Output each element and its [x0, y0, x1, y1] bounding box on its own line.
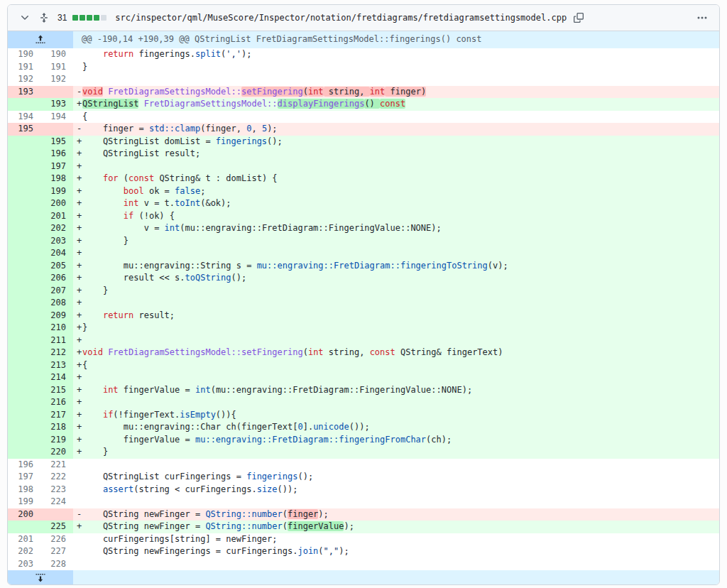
new-line-number[interactable]: 224	[40, 496, 73, 508]
old-line-number[interactable]: 203	[8, 558, 40, 571]
new-line-number[interactable]: 221	[40, 459, 73, 472]
new-line-number[interactable]: 223	[40, 484, 73, 496]
old-line-number[interactable]	[8, 359, 40, 372]
chevron-down-icon[interactable]	[18, 11, 32, 25]
diff-context-row: 194194 {	[8, 111, 719, 124]
new-line-number[interactable]: 192	[40, 73, 73, 86]
new-line-number[interactable]: 209	[40, 310, 73, 322]
old-line-number[interactable]: 202	[8, 545, 40, 558]
new-line-number[interactable]: 205	[40, 260, 73, 273]
code-line: {	[73, 111, 719, 124]
new-line-number[interactable]: 220	[40, 446, 73, 459]
new-line-number[interactable]: 196	[40, 148, 73, 160]
old-line-number[interactable]: 196	[8, 459, 40, 472]
new-line-number[interactable]: 212	[40, 347, 73, 359]
new-line-number[interactable]: 202	[40, 222, 73, 235]
old-line-number[interactable]	[8, 521, 40, 533]
new-line-number[interactable]: 194	[40, 111, 73, 124]
code-line: + }	[73, 446, 719, 459]
kebab-horizontal-icon[interactable]	[695, 11, 709, 25]
old-line-number[interactable]	[8, 160, 40, 173]
new-line-number[interactable]: 206	[40, 272, 73, 285]
new-line-number[interactable]: 199	[40, 185, 73, 198]
new-line-number[interactable]: 190	[40, 48, 73, 61]
new-line-number[interactable]	[40, 86, 73, 99]
new-line-number[interactable]: 210	[40, 322, 73, 334]
new-line-number[interactable]: 222	[40, 471, 73, 484]
expand-down-button[interactable]	[8, 570, 73, 584]
old-line-number[interactable]: 192	[8, 73, 40, 86]
old-line-number[interactable]	[8, 371, 40, 384]
old-line-number[interactable]	[8, 396, 40, 409]
new-line-number[interactable]: 207	[40, 285, 73, 298]
old-line-number[interactable]	[8, 185, 40, 198]
new-line-number[interactable]: 204	[40, 247, 73, 260]
old-line-number[interactable]: 190	[8, 48, 40, 61]
new-line-number[interactable]: 201	[40, 210, 73, 223]
old-line-number[interactable]: 197	[8, 471, 40, 484]
new-line-number[interactable]: 226	[40, 533, 73, 546]
old-line-number[interactable]: 200	[8, 508, 40, 521]
code-line: +	[73, 371, 719, 384]
old-line-number[interactable]	[8, 322, 40, 334]
new-line-number[interactable]: 227	[40, 545, 73, 558]
old-line-number[interactable]	[8, 285, 40, 298]
old-line-number[interactable]	[8, 384, 40, 397]
new-line-number[interactable]: 225	[40, 521, 73, 533]
new-line-number[interactable]	[40, 508, 73, 521]
old-line-number[interactable]	[8, 421, 40, 434]
diff-added-row: 199+ bool ok = false;	[8, 185, 719, 198]
old-line-number[interactable]	[8, 222, 40, 235]
old-line-number[interactable]	[8, 173, 40, 185]
code-line	[73, 459, 719, 472]
new-line-number[interactable]: 208	[40, 297, 73, 310]
copy-icon[interactable]	[572, 11, 585, 24]
new-line-number[interactable]: 191	[40, 61, 73, 74]
new-line-number[interactable]: 193	[40, 98, 73, 111]
old-line-number[interactable]	[8, 247, 40, 260]
new-line-number[interactable]	[40, 123, 73, 136]
expand-up-button[interactable]	[8, 31, 73, 48]
old-line-number[interactable]	[8, 272, 40, 285]
old-line-number[interactable]	[8, 210, 40, 223]
code-line: QString newFingerings = curFingerings.jo…	[73, 545, 719, 558]
diffstat-added-block	[87, 15, 92, 21]
drag-handle-icon[interactable]	[38, 11, 50, 25]
old-line-number[interactable]	[8, 310, 40, 322]
old-line-number[interactable]	[8, 136, 40, 148]
old-line-number[interactable]: 194	[8, 111, 40, 124]
old-line-number[interactable]	[8, 347, 40, 359]
new-line-number[interactable]: 217	[40, 409, 73, 422]
old-line-number[interactable]: 191	[8, 61, 40, 74]
old-line-number[interactable]	[8, 334, 40, 347]
new-line-number[interactable]: 198	[40, 173, 73, 185]
new-line-number[interactable]: 203	[40, 235, 73, 248]
old-line-number[interactable]: 193	[8, 86, 40, 99]
new-line-number[interactable]: 197	[40, 160, 73, 173]
old-line-number[interactable]	[8, 197, 40, 210]
new-line-number[interactable]: 195	[40, 136, 73, 148]
new-line-number[interactable]: 219	[40, 434, 73, 447]
old-line-number[interactable]	[8, 260, 40, 273]
new-line-number[interactable]: 215	[40, 384, 73, 397]
old-line-number[interactable]: 198	[8, 484, 40, 496]
old-line-number[interactable]	[8, 297, 40, 310]
new-line-number[interactable]: 218	[40, 421, 73, 434]
old-line-number[interactable]	[8, 434, 40, 447]
old-line-number[interactable]	[8, 98, 40, 111]
new-line-number[interactable]: 213	[40, 359, 73, 372]
old-line-number[interactable]	[8, 446, 40, 459]
new-line-number[interactable]: 214	[40, 371, 73, 384]
old-line-number[interactable]: 201	[8, 533, 40, 546]
old-line-number[interactable]	[8, 235, 40, 248]
old-line-number[interactable]	[8, 148, 40, 160]
new-line-number[interactable]: 200	[40, 197, 73, 210]
new-line-number[interactable]: 211	[40, 334, 73, 347]
code-line: QStringList curFingerings = fingerings()…	[73, 471, 719, 484]
new-line-number[interactable]: 216	[40, 396, 73, 409]
old-line-number[interactable]: 195	[8, 123, 40, 136]
old-line-number[interactable]	[8, 409, 40, 422]
diff-added-row: 207+ }	[8, 285, 719, 298]
old-line-number[interactable]: 199	[8, 496, 40, 508]
new-line-number[interactable]: 228	[40, 558, 73, 571]
